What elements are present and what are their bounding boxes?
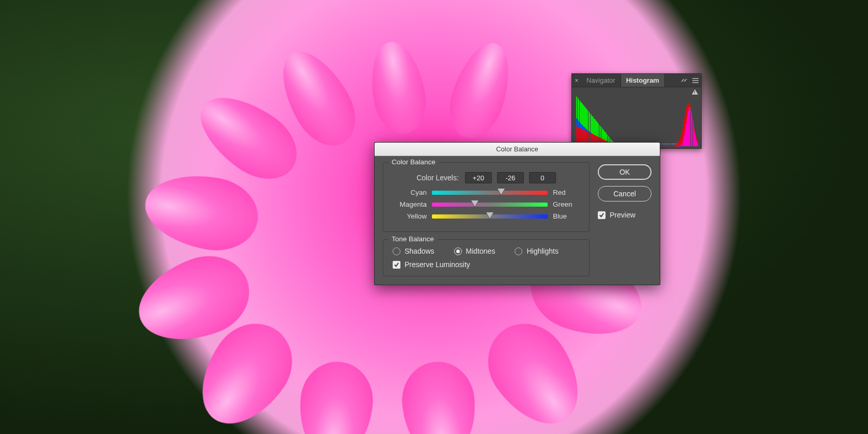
histogram-panel-header: × Navigator Histogram — [572, 74, 701, 87]
slider-right-label: Red — [553, 189, 582, 196]
level-input-2[interactable] — [529, 172, 556, 183]
radio-dot-icon — [515, 247, 522, 255]
histogram-panel: × Navigator Histogram — [571, 73, 702, 149]
slider-track-1[interactable] — [432, 203, 548, 207]
preview-checkbox[interactable]: Preview — [598, 211, 652, 219]
tone-options-row: Shadows Midtones Highlights — [391, 247, 582, 255]
preserve-luminosity-label: Preserve Luminosity — [405, 260, 470, 269]
slider-left-label: Magenta — [391, 200, 427, 208]
slider-thumb-2[interactable] — [486, 212, 493, 219]
preserve-luminosity-checkbox[interactable]: Preserve Luminosity — [391, 260, 582, 269]
slider-track-2[interactable] — [432, 214, 548, 219]
slider-thumb-1[interactable] — [471, 200, 478, 207]
tab-histogram[interactable]: Histogram — [621, 74, 665, 87]
tone-radio-shadows[interactable]: Shadows — [393, 247, 435, 255]
tone-radio-highlights[interactable]: Highlights — [515, 247, 558, 255]
tone-radio-label: Highlights — [526, 247, 558, 255]
slider-left-label: Cyan — [391, 189, 427, 196]
histogram-warning-icon[interactable] — [692, 89, 698, 95]
color-levels-label: Color Levels: — [416, 174, 459, 182]
tone-radio-label: Midtones — [466, 247, 495, 255]
slider-thumb-0[interactable] — [498, 189, 505, 195]
ok-button[interactable]: OK — [598, 164, 652, 180]
tab-navigator[interactable]: Navigator — [581, 74, 621, 87]
tone-balance-group: Tone Balance Shadows Midtones Highlights… — [383, 239, 590, 276]
slider-right-label: Blue — [553, 212, 582, 220]
flower-petal — [364, 38, 431, 138]
dialog-title: Color Balance — [375, 143, 660, 156]
flower-petal — [296, 359, 376, 434]
flower-petal — [140, 166, 264, 257]
flower-petal — [441, 36, 520, 145]
flower-petal — [399, 359, 479, 434]
histogram-chart — [572, 87, 701, 148]
group-legend: Tone Balance — [389, 235, 437, 243]
slider-left-label: Yellow — [391, 212, 427, 220]
level-input-0[interactable] — [465, 172, 492, 183]
group-legend: Color Balance — [389, 158, 439, 166]
slider-right-label: Green — [553, 200, 582, 208]
panel-menu-icon[interactable] — [690, 74, 701, 87]
tone-radio-midtones[interactable]: Midtones — [454, 247, 495, 255]
color-balance-dialog: Color Balance Color Balance Color Levels… — [374, 142, 660, 285]
radio-dot-icon — [393, 247, 400, 255]
collapse-icon[interactable] — [678, 74, 690, 87]
radio-dot-icon — [454, 247, 462, 255]
slider-track-0[interactable] — [432, 191, 548, 195]
cancel-button[interactable]: Cancel — [598, 186, 652, 202]
image-canvas: × Navigator Histogram Color Balance Colo… — [0, 0, 868, 434]
close-icon[interactable]: × — [572, 74, 581, 87]
color-balance-group: Color Balance Color Levels: Cyan Red Mag… — [383, 162, 590, 232]
tone-radio-label: Shadows — [405, 247, 435, 255]
color-levels-row: Color Levels: — [391, 172, 582, 183]
level-input-1[interactable] — [497, 172, 524, 183]
preview-label: Preview — [610, 211, 636, 219]
